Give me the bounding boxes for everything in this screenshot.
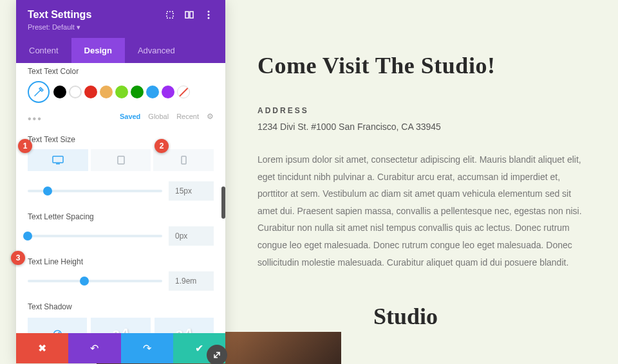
device-tablet[interactable]	[91, 149, 151, 171]
svg-point-5	[208, 17, 210, 19]
swatch-none[interactable]	[177, 86, 190, 98]
page-heading: Come Visit The Studio!	[258, 51, 592, 80]
shadow-none[interactable]: ⊘	[28, 318, 87, 333]
global-link[interactable]: Global	[148, 113, 169, 120]
tab-content[interactable]: Content	[16, 38, 71, 63]
scrollbar[interactable]	[221, 187, 225, 219]
svg-rect-8	[118, 156, 124, 164]
device-selector	[28, 149, 214, 171]
close-button[interactable]: ✖	[16, 333, 68, 363]
tab-design[interactable]: Design	[71, 38, 125, 63]
eyedropper-button[interactable]	[28, 81, 50, 103]
swatch-blue[interactable]	[146, 86, 159, 98]
saved-link[interactable]: Saved	[120, 113, 140, 120]
line-height-label: Text Line Height	[28, 257, 214, 266]
swatch-green[interactable]	[131, 86, 144, 98]
preset-label[interactable]: Preset: Default ▾	[28, 23, 214, 32]
text-shadow-label: Text Shadow	[28, 302, 214, 311]
address-label: ADDRESS	[258, 106, 592, 115]
device-desktop[interactable]	[28, 149, 88, 171]
svg-rect-7	[56, 163, 60, 165]
swatch-orange[interactable]	[100, 86, 113, 98]
shadow-preset-2[interactable]: aA	[154, 318, 214, 333]
text-size-thumb[interactable]	[43, 187, 52, 196]
shadow-preset-1[interactable]: aA	[91, 318, 150, 333]
letter-spacing-thumb[interactable]	[23, 232, 32, 241]
svg-rect-1	[185, 12, 189, 18]
text-color-label: Text Text Color	[28, 67, 214, 76]
more-dots[interactable]: •••	[28, 113, 42, 125]
svg-rect-6	[53, 156, 63, 163]
settings-panel: Text Settings Preset: Default ▾ Content …	[16, 0, 225, 363]
undo-button[interactable]: ↶	[68, 333, 120, 363]
letter-spacing-slider[interactable]	[28, 235, 162, 237]
svg-rect-9	[182, 156, 186, 164]
line-height-value[interactable]: 1.9em	[169, 271, 214, 291]
body-paragraph: Lorem ipsum dolor sit amet, consectetur …	[258, 151, 592, 271]
line-height-slider[interactable]	[28, 280, 162, 282]
swatch-purple[interactable]	[162, 86, 174, 98]
svg-point-4	[208, 14, 210, 16]
gear-icon[interactable]: ⚙	[207, 112, 214, 121]
more-icon[interactable]	[203, 10, 214, 20]
text-size-value[interactable]: 15px	[169, 181, 214, 201]
action-bar: ✖ ↶ ↷ ✔	[16, 333, 225, 363]
swatch-red[interactable]	[84, 86, 97, 98]
color-swatches	[53, 86, 190, 98]
svg-rect-2	[190, 12, 193, 18]
callout-1: 1	[18, 139, 32, 153]
swatch-white[interactable]	[69, 86, 82, 98]
tabs: Content Design Advanced	[16, 38, 225, 63]
redo-button[interactable]: ↷	[121, 333, 173, 363]
panel-body: Text Text Color ••• Saved Global	[16, 63, 225, 333]
tab-advanced[interactable]: Advanced	[125, 38, 188, 63]
callout-3: 3	[11, 251, 25, 265]
studio-heading: Studio	[373, 303, 592, 330]
address-value: 1234 Divi St. #1000 San Francisco, CA 33…	[258, 122, 592, 132]
recent-link[interactable]: Recent	[176, 113, 199, 120]
letter-spacing-label: Text Letter Spacing	[28, 212, 214, 221]
letter-spacing-value[interactable]: 0px	[169, 226, 214, 246]
text-size-slider[interactable]	[28, 190, 162, 192]
svg-rect-0	[167, 12, 173, 18]
swatch-lime[interactable]	[115, 86, 128, 98]
panel-title: Text Settings	[28, 9, 91, 21]
line-height-thumb[interactable]	[80, 277, 89, 286]
swatch-tabs: Saved Global Recent ⚙	[120, 112, 214, 121]
text-size-label: Text Text Size	[28, 135, 214, 144]
resize-handle[interactable]	[207, 345, 227, 364]
callout-2: 2	[154, 139, 169, 153]
swatch-black[interactable]	[53, 86, 66, 98]
columns-icon[interactable]	[184, 10, 194, 20]
panel-header: Text Settings Preset: Default ▾	[16, 0, 225, 38]
svg-point-3	[208, 11, 210, 13]
expand-icon[interactable]	[165, 10, 175, 20]
